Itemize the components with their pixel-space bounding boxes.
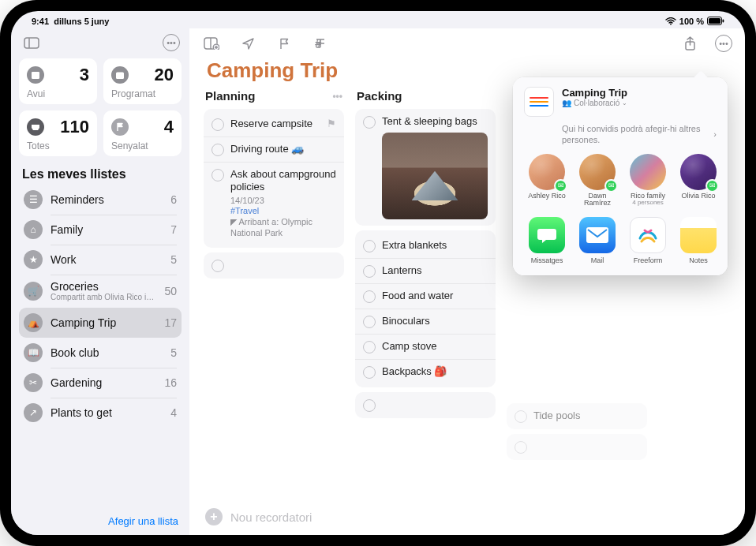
list-camping-trip[interactable]: ⛺ Camping Trip 17 <box>19 308 182 338</box>
list-count: 7 <box>170 223 177 236</box>
checkbox-icon[interactable] <box>363 366 376 379</box>
smart-today[interactable]: 3 Avui <box>19 58 97 104</box>
reminder-item[interactable]: Tent & sleeping bags <box>355 109 496 226</box>
new-reminder-button[interactable]: + Nou recordatori <box>189 499 745 535</box>
share-app-notes[interactable]: Notes <box>676 217 721 264</box>
messages-badge-icon: ✉ <box>705 179 719 193</box>
checkbox-icon[interactable] <box>211 144 224 156</box>
share-app-mail[interactable]: Mail <box>574 217 620 264</box>
checkbox-icon[interactable] <box>363 265 376 278</box>
checkbox-icon[interactable] <box>363 116 376 129</box>
reminder-item[interactable]: Camp stove <box>355 334 496 359</box>
share-app-freeform[interactable]: Freeform <box>625 217 671 264</box>
reminder-item[interactable]: Reserve campsite⚑ <box>204 112 344 136</box>
wifi-icon <box>665 17 676 25</box>
lists-container: ☰ Reminders 6⌂ Family 7★ Work 5🛒 Groceri… <box>11 185 189 507</box>
reminder-item[interactable]: Extra blankets <box>355 234 496 258</box>
share-note[interactable]: Qui hi convidis podrà afegir-hi altres p… <box>513 123 728 154</box>
checkbox-icon[interactable] <box>211 260 224 272</box>
reminder-item[interactable]: Binoculars <box>355 309 496 334</box>
share-contact[interactable]: ✉ Olivia Rico <box>676 154 721 208</box>
list-reminders[interactable]: ☰ Reminders 6 <box>19 185 182 215</box>
more-button[interactable]: ••• <box>163 34 180 51</box>
list-work[interactable]: ★ Work 5 <box>19 245 182 275</box>
share-app-missatges[interactable]: Missatges <box>524 217 570 264</box>
flag-icon <box>111 118 129 136</box>
flag-icon: ⚑ <box>327 118 336 130</box>
list-options-button[interactable]: ••• <box>715 35 732 52</box>
list-icon: ★ <box>24 250 43 269</box>
column-packing: Packing Tent & sleeping bags Extra blank… <box>355 88 496 499</box>
reminder-item[interactable]: Ask about campground policies 14/10/23#T… <box>204 162 344 245</box>
checkbox-icon[interactable] <box>363 399 376 412</box>
list-name: Reminders <box>51 193 163 206</box>
attachment-image[interactable] <box>382 133 488 219</box>
checkbox-icon[interactable] <box>515 441 527 454</box>
new-column-button[interactable] <box>202 34 221 53</box>
ipad-frame: 9:41 dilluns 5 juny 100 % ••• 3 Avui 20 … <box>0 0 756 546</box>
smart-scheduled[interactable]: 20 Programat <box>103 58 182 104</box>
reminder-item[interactable]: Food and water <box>355 283 496 309</box>
checkbox-icon[interactable] <box>363 240 376 252</box>
column-extra: Tide pools <box>507 403 647 499</box>
column-title[interactable]: Planning <box>205 89 255 103</box>
reminder-item-empty[interactable] <box>204 252 344 279</box>
list-icon: ⛺ <box>24 313 43 332</box>
screen: 9:41 dilluns 5 juny 100 % ••• 3 Avui 20 … <box>11 11 745 535</box>
checkbox-icon[interactable] <box>211 118 224 131</box>
status-time: 9:41 <box>32 17 49 26</box>
reminder-item[interactable]: Lanterns <box>355 258 496 283</box>
reminder-item-empty[interactable] <box>355 392 496 418</box>
list-count: 17 <box>164 316 177 329</box>
add-list-button[interactable]: Afegir una llista <box>11 507 189 535</box>
column-title[interactable]: Packing <box>357 89 402 103</box>
sidebar-toggle-button[interactable] <box>21 32 43 54</box>
svg-rect-8 <box>116 72 124 79</box>
status-date: dilluns 5 juny <box>54 17 109 26</box>
reminder-item[interactable]: Tide pools <box>507 403 647 429</box>
share-contact[interactable]: Rico family4 persones <box>625 154 671 208</box>
reminder-item[interactable]: Backpacks 🎒 <box>355 359 496 384</box>
list-gardening[interactable]: ✂ Gardening 16 <box>19 368 182 398</box>
list-book-club[interactable]: 📖 Book club 5 <box>19 338 182 368</box>
checkbox-icon[interactable] <box>211 169 224 181</box>
list-count: 5 <box>170 346 177 359</box>
checkbox-icon[interactable] <box>515 410 527 423</box>
smart-flagged[interactable]: 4 Senyalat <box>103 110 182 156</box>
reminders-app-icon <box>524 87 554 117</box>
list-name: Work <box>51 253 163 266</box>
location-button[interactable] <box>238 34 257 53</box>
column-more-icon[interactable]: ••• <box>332 91 342 102</box>
share-sheet: Camping Trip 👥Col·laboració⌄ Qui hi conv… <box>513 77 728 275</box>
share-contact[interactable]: ✉ Dawn Ramírez <box>574 154 620 208</box>
list-icon: 📖 <box>24 343 43 362</box>
share-people-row: ✉ Ashley Rico✉ Dawn Ramírez Rico family4… <box>513 154 728 218</box>
share-mode-button[interactable]: 👥Col·laboració⌄ <box>562 99 627 107</box>
flag-button[interactable] <box>275 34 294 53</box>
checkbox-icon[interactable] <box>363 316 376 328</box>
tray-icon <box>27 118 44 136</box>
list-family[interactable]: ⌂ Family 7 <box>19 215 182 245</box>
sidebar: ••• 3 Avui 20 Programat 110 Totes 4 Seny… <box>11 28 189 535</box>
share-app-cc aml[interactable]: Cc aml <box>726 217 728 264</box>
list-plants-to-get[interactable]: ↗ Plants to get 4 <box>19 398 182 428</box>
share-contact[interactable]: ✉ Ashley Rico <box>524 154 570 208</box>
tag-button[interactable]: # <box>311 34 330 53</box>
my-lists-header: Les meves llistes <box>11 163 189 185</box>
list-count: 6 <box>170 193 177 206</box>
people-icon: 👥 <box>562 99 571 107</box>
list-groceries[interactable]: 🛒 GroceriesCompartit amb Olivia Rico i… … <box>19 275 182 308</box>
smart-all[interactable]: 110 Totes <box>19 110 97 156</box>
column-planning: Planning••• Reserve campsite⚑ Driving ro… <box>204 88 344 499</box>
main-content: # ••• Camping Trip Planning••• Reserve c… <box>189 28 745 535</box>
avatar: ✉ <box>680 154 717 190</box>
reminder-item-empty[interactable] <box>507 434 647 460</box>
list-name: GroceriesCompartit amb Olivia Rico i… <box>51 280 156 302</box>
reminder-item[interactable]: Driving route 🚙 <box>204 136 344 162</box>
checkbox-icon[interactable] <box>363 341 376 353</box>
checkbox-icon[interactable] <box>363 290 376 303</box>
list-count: 5 <box>170 253 177 266</box>
plus-icon: + <box>205 508 223 525</box>
calendar-icon <box>27 66 44 84</box>
share-button[interactable] <box>680 34 699 53</box>
